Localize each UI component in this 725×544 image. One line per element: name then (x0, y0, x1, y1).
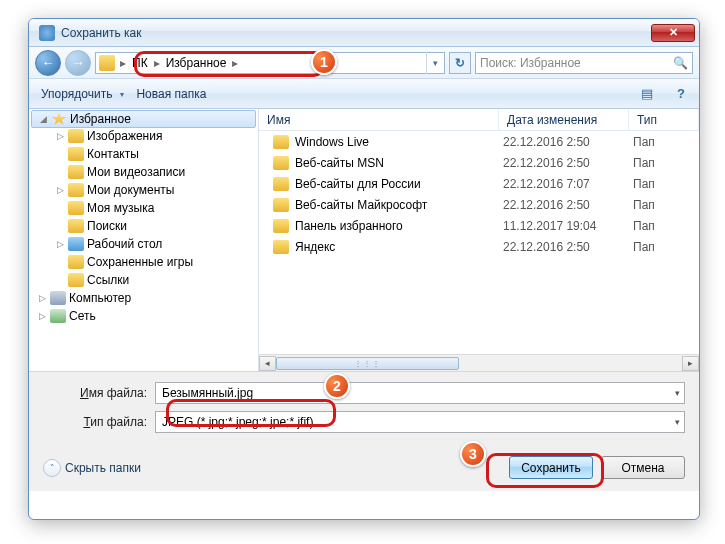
file-name: Яндекс (295, 240, 503, 254)
list-item[interactable]: Windows Live22.12.2016 2:50Пап (259, 131, 699, 152)
dropdown-icon[interactable]: ▾ (675, 388, 680, 398)
tree-node[interactable]: ▷Изображения (29, 127, 258, 145)
search-placeholder: Поиск: Избранное (480, 56, 581, 70)
badge-2: 2 (324, 373, 350, 399)
tree-label: Поиски (87, 219, 127, 233)
tree-node[interactable]: Ссылки (29, 271, 258, 289)
scroll-left[interactable]: ◂ (259, 356, 276, 371)
dropdown-icon[interactable]: ▾ (675, 417, 680, 427)
folder-icon (68, 219, 84, 233)
scroll-right[interactable]: ▸ (682, 356, 699, 371)
list-item[interactable]: Веб-сайты Майкрософт22.12.2016 2:50Пап (259, 194, 699, 215)
back-button[interactable]: ← (35, 50, 61, 76)
chevron-up-icon: ˄ (43, 459, 61, 477)
folder-icon (273, 135, 289, 149)
form-area: Имя файла: Безымянный.jpg ▾ Тип файла: J… (29, 371, 699, 448)
filetype-select[interactable]: JPEG (*.jpg;*.jpeg;*.jpe;*.jfif) ▾ (155, 411, 685, 433)
comp-icon (50, 291, 66, 305)
list-item[interactable]: Панель избранного11.12.2017 19:04Пап (259, 215, 699, 236)
tree-label: Мои видеозаписи (87, 165, 185, 179)
folder-icon (68, 129, 84, 143)
expander-icon[interactable]: ▷ (55, 239, 65, 249)
close-button[interactable]: ✕ (651, 24, 695, 42)
address-dropdown[interactable]: ▾ (426, 52, 444, 74)
tree-node[interactable]: Поиски (29, 217, 258, 235)
new-folder-button[interactable]: Новая папка (136, 87, 206, 101)
app-icon (39, 25, 55, 41)
expander-icon[interactable]: ◢ (38, 114, 48, 124)
forward-button[interactable]: → (65, 50, 91, 76)
expander-icon[interactable]: ▷ (37, 311, 47, 321)
organize-button[interactable]: Упорядочить (35, 85, 126, 103)
save-as-dialog: Сохранить как ✕ ← → ▸ ПК ▸ Избранное ▸ ▾… (28, 18, 700, 520)
file-type: Пап (633, 219, 655, 233)
breadcrumb[interactable]: Избранное (162, 56, 231, 70)
save-button[interactable]: Сохранить (509, 456, 593, 479)
list-item[interactable]: Веб-сайты MSN22.12.2016 2:50Пап (259, 152, 699, 173)
tree-node[interactable]: Моя музыка (29, 199, 258, 217)
tree-node[interactable]: Контакты (29, 145, 258, 163)
address-bar[interactable]: ▸ ПК ▸ Избранное ▸ ▾ (95, 52, 445, 74)
list-item[interactable]: Яндекс22.12.2016 2:50Пап (259, 236, 699, 257)
folder-icon (68, 147, 84, 161)
breadcrumb-sep: ▸ (152, 56, 162, 70)
expander-icon[interactable]: ▷ (37, 293, 47, 303)
tree-label: Моя музыка (87, 201, 154, 215)
help-button[interactable]: ? (669, 83, 693, 105)
cancel-button[interactable]: Отмена (601, 456, 685, 479)
blue-icon (68, 237, 84, 251)
file-type: Пап (633, 177, 655, 191)
file-date: 11.12.2017 19:04 (503, 219, 633, 233)
net-icon (50, 309, 66, 323)
file-date: 22.12.2016 7:07 (503, 177, 633, 191)
file-list: Имя Дата изменения Тип Windows Live22.12… (259, 109, 699, 371)
tree-node[interactable]: Мои видеозаписи (29, 163, 258, 181)
expander-icon[interactable]: ▷ (55, 131, 65, 141)
tree-node[interactable]: ◢Избранное (31, 110, 256, 128)
file-type: Пап (633, 240, 655, 254)
file-name: Веб-сайты Майкрософт (295, 198, 503, 212)
search-input[interactable]: Поиск: Избранное 🔍 (475, 52, 693, 74)
tree-node[interactable]: ▷Компьютер (29, 289, 258, 307)
expander-icon[interactable]: ▷ (55, 185, 65, 195)
view-button[interactable]: ▤ (635, 83, 659, 105)
breadcrumb[interactable]: ПК (128, 56, 152, 70)
file-date: 22.12.2016 2:50 (503, 198, 633, 212)
file-name: Веб-сайты для России (295, 177, 503, 191)
folder-icon (273, 240, 289, 254)
tree-label: Контакты (87, 147, 139, 161)
tree-node[interactable]: Сохраненные игры (29, 253, 258, 271)
tree-node[interactable]: ▷Сеть (29, 307, 258, 325)
horizontal-scrollbar[interactable]: ◂ ⋮⋮⋮ ▸ (259, 354, 699, 371)
badge-3: 3 (460, 441, 486, 467)
tree-node[interactable]: ▷Мои документы (29, 181, 258, 199)
tree-node[interactable]: ▷Рабочий стол (29, 235, 258, 253)
search-icon: 🔍 (673, 56, 688, 70)
folder-tree[interactable]: ◢Избранное▷ИзображенияКонтактыМои видеоз… (29, 109, 259, 371)
tree-label: Избранное (70, 112, 131, 126)
tree-label: Сеть (69, 309, 96, 323)
filename-label: Имя файла: (43, 386, 155, 400)
list-item[interactable]: Веб-сайты для России22.12.2016 7:07Пап (259, 173, 699, 194)
window-title: Сохранить как (61, 26, 141, 40)
list-rows[interactable]: Windows Live22.12.2016 2:50ПапВеб-сайты … (259, 131, 699, 354)
folder-icon (68, 255, 84, 269)
badge-1: 1 (311, 49, 337, 75)
refresh-button[interactable]: ↻ (449, 52, 471, 74)
filename-input[interactable]: Безымянный.jpg ▾ (155, 382, 685, 404)
filename-value: Безымянный.jpg (162, 386, 253, 400)
folder-icon (273, 198, 289, 212)
col-name[interactable]: Имя (259, 109, 499, 130)
scroll-track[interactable]: ⋮⋮⋮ (276, 356, 682, 371)
hide-folders-toggle[interactable]: ˄ Скрыть папки (43, 459, 141, 477)
filetype-label: Тип файла: (43, 415, 155, 429)
scroll-thumb[interactable]: ⋮⋮⋮ (276, 357, 459, 370)
star-icon (51, 112, 67, 126)
col-type[interactable]: Тип (629, 109, 699, 130)
col-date[interactable]: Дата изменения (499, 109, 629, 130)
nav-bar: ← → ▸ ПК ▸ Избранное ▸ ▾ ↻ Поиск: Избран… (29, 47, 699, 79)
filetype-value: JPEG (*.jpg;*.jpeg;*.jpe;*.jfif) (162, 415, 313, 429)
titlebar: Сохранить как ✕ (29, 19, 699, 47)
file-date: 22.12.2016 2:50 (503, 135, 633, 149)
folder-icon (68, 273, 84, 287)
